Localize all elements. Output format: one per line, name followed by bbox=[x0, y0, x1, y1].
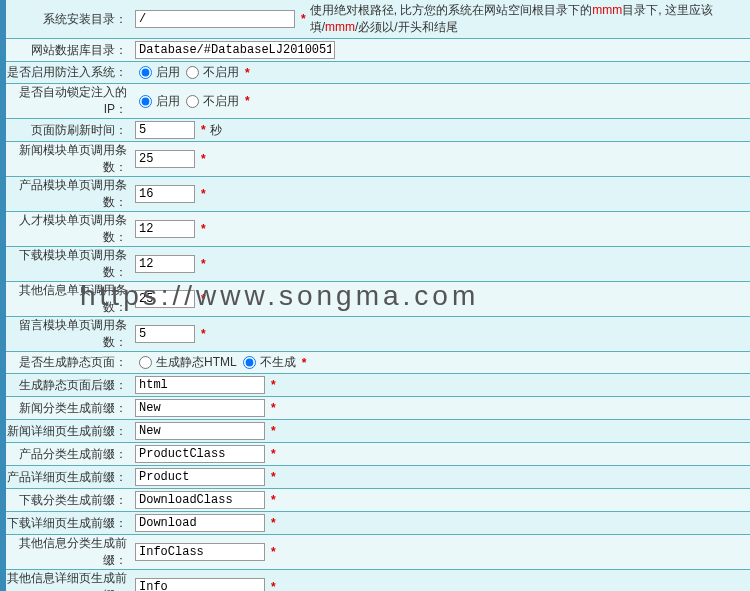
text-input[interactable] bbox=[135, 220, 195, 238]
field-value: * bbox=[131, 576, 750, 591]
form-row: 产品模块单页调用条数：* bbox=[6, 177, 750, 212]
form-row: 其他信息单页调用条数：* bbox=[6, 282, 750, 317]
field-label: 其他信息详细页生成前缀： bbox=[6, 570, 131, 591]
field-value: * bbox=[131, 443, 750, 465]
form-row: 新闻模块单页调用条数：* bbox=[6, 142, 750, 177]
field-value: *使用绝对根路径, 比方您的系统在网站空间根目录下的mmm目录下, 这里应该填/… bbox=[131, 0, 750, 38]
field-value: * bbox=[131, 420, 750, 442]
field-value: 启用不启用* bbox=[131, 62, 750, 83]
radio-input[interactable] bbox=[139, 66, 152, 79]
required-star: * bbox=[201, 327, 206, 341]
field-label: 下载分类生成前缀： bbox=[6, 492, 131, 509]
text-input[interactable] bbox=[135, 445, 265, 463]
form-row: 新闻详细页生成前缀：* bbox=[6, 420, 750, 443]
form-row: 页面防刷新时间：*秒 bbox=[6, 119, 750, 142]
field-value: *秒 bbox=[131, 119, 750, 141]
form-row: 其他信息详细页生成前缀：* bbox=[6, 570, 750, 591]
field-value: * bbox=[131, 397, 750, 419]
text-input[interactable] bbox=[135, 10, 295, 28]
form-row: 其他信息分类生成前缀：* bbox=[6, 535, 750, 570]
required-star: * bbox=[271, 580, 276, 591]
radio-group: 生成静态HTML不生成 bbox=[135, 354, 296, 371]
form-row: 是否自动锁定注入的IP：启用不启用* bbox=[6, 84, 750, 119]
radio-option[interactable]: 启用 bbox=[135, 64, 180, 81]
text-input[interactable] bbox=[135, 514, 265, 532]
text-input[interactable] bbox=[135, 290, 195, 308]
form-row: 产品详细页生成前缀：* bbox=[6, 466, 750, 489]
text-input[interactable] bbox=[135, 468, 265, 486]
radio-option[interactable]: 不生成 bbox=[239, 354, 296, 371]
radio-option[interactable]: 启用 bbox=[135, 93, 180, 110]
radio-input[interactable] bbox=[139, 95, 152, 108]
required-star: * bbox=[201, 222, 206, 236]
radio-option[interactable]: 不启用 bbox=[182, 64, 239, 81]
field-suffix: 秒 bbox=[210, 122, 222, 139]
form-row: 人才模块单页调用条数：* bbox=[6, 212, 750, 247]
form-row: 是否启用防注入系统：启用不启用* bbox=[6, 62, 750, 84]
field-label: 人才模块单页调用条数： bbox=[6, 212, 131, 246]
text-input[interactable] bbox=[135, 399, 265, 417]
field-value: * bbox=[131, 512, 750, 534]
text-input[interactable] bbox=[135, 121, 195, 139]
form-row: 生成静态页面后缀：* bbox=[6, 374, 750, 397]
field-label: 新闻模块单页调用条数： bbox=[6, 142, 131, 176]
text-input[interactable] bbox=[135, 543, 265, 561]
field-label: 是否生成静态页面： bbox=[6, 354, 131, 371]
text-input[interactable] bbox=[135, 185, 195, 203]
field-value: * bbox=[131, 253, 750, 275]
radio-input[interactable] bbox=[243, 356, 256, 369]
text-input[interactable] bbox=[135, 376, 265, 394]
required-star: * bbox=[271, 447, 276, 461]
required-star: * bbox=[245, 66, 250, 80]
radio-option[interactable]: 生成静态HTML bbox=[135, 354, 237, 371]
required-star: * bbox=[271, 401, 276, 415]
required-star: * bbox=[301, 12, 306, 26]
required-star: * bbox=[201, 292, 206, 306]
text-input[interactable] bbox=[135, 255, 195, 273]
field-label: 是否自动锁定注入的IP： bbox=[6, 84, 131, 118]
field-value: * bbox=[131, 541, 750, 563]
field-label: 其他信息分类生成前缀： bbox=[6, 535, 131, 569]
form-row: 下载分类生成前缀：* bbox=[6, 489, 750, 512]
text-input[interactable] bbox=[135, 491, 265, 509]
required-star: * bbox=[302, 356, 307, 370]
field-label: 下载详细页生成前缀： bbox=[6, 515, 131, 532]
field-label: 留言模块单页调用条数： bbox=[6, 317, 131, 351]
form-row: 网站数据库目录： bbox=[6, 39, 750, 62]
text-input[interactable] bbox=[135, 150, 195, 168]
field-label: 产品模块单页调用条数： bbox=[6, 177, 131, 211]
text-input[interactable] bbox=[135, 422, 265, 440]
text-input[interactable] bbox=[135, 325, 195, 343]
radio-input[interactable] bbox=[186, 66, 199, 79]
form-row: 下载模块单页调用条数：* bbox=[6, 247, 750, 282]
field-label: 页面防刷新时间： bbox=[6, 122, 131, 139]
form-row: 新闻分类生成前缀：* bbox=[6, 397, 750, 420]
field-value: 生成静态HTML不生成* bbox=[131, 352, 750, 373]
field-label: 其他信息单页调用条数： bbox=[6, 282, 131, 316]
field-hint: 使用绝对根路径, 比方您的系统在网站空间根目录下的mmm目录下, 这里应该填/m… bbox=[310, 2, 746, 36]
field-value: * bbox=[131, 466, 750, 488]
field-value: * bbox=[131, 374, 750, 396]
text-input[interactable] bbox=[135, 578, 265, 591]
field-value: * bbox=[131, 489, 750, 511]
required-star: * bbox=[201, 187, 206, 201]
required-star: * bbox=[201, 152, 206, 166]
field-value: * bbox=[131, 148, 750, 170]
field-label: 系统安装目录： bbox=[6, 11, 131, 28]
form-row: 留言模块单页调用条数：* bbox=[6, 317, 750, 352]
radio-input[interactable] bbox=[139, 356, 152, 369]
text-input[interactable] bbox=[135, 41, 335, 59]
field-label: 是否启用防注入系统： bbox=[6, 64, 131, 81]
radio-option[interactable]: 不启用 bbox=[182, 93, 239, 110]
radio-input[interactable] bbox=[186, 95, 199, 108]
field-value: * bbox=[131, 183, 750, 205]
required-star: * bbox=[201, 123, 206, 137]
form-row: 产品分类生成前缀：* bbox=[6, 443, 750, 466]
required-star: * bbox=[271, 516, 276, 530]
required-star: * bbox=[271, 424, 276, 438]
field-label: 新闻详细页生成前缀： bbox=[6, 423, 131, 440]
radio-group: 启用不启用 bbox=[135, 93, 239, 110]
form-row: 下载详细页生成前缀：* bbox=[6, 512, 750, 535]
field-value: * bbox=[131, 288, 750, 310]
required-star: * bbox=[271, 493, 276, 507]
